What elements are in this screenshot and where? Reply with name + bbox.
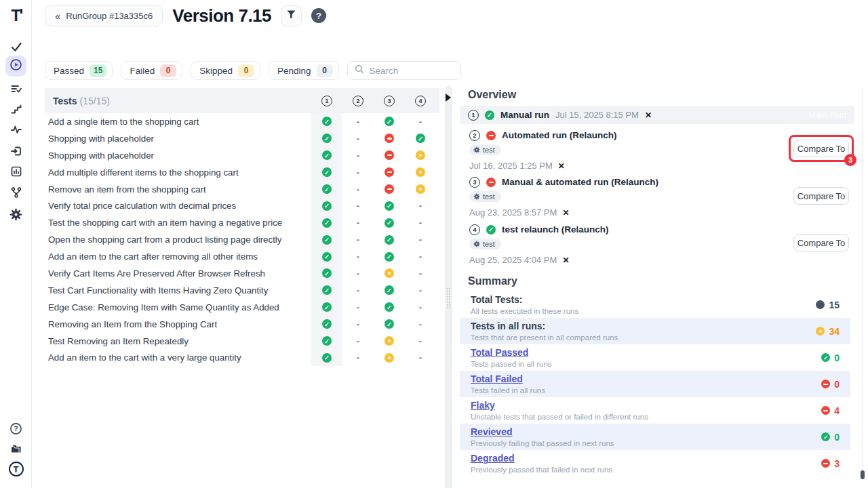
compare-to-button-run-3[interactable]: Compare To: [793, 187, 849, 205]
table-row[interactable]: Test Removing an Item Repeatedly: [45, 333, 439, 350]
run-item-main[interactable]: 1 Manual run Jul 15, 2025 8:15 PM ✕ Main…: [460, 106, 854, 124]
gear-icon: [473, 193, 480, 200]
summary-metric-link[interactable]: Degraded: [471, 453, 612, 464]
circled-2-icon: 2: [469, 130, 480, 141]
summary-metric-value: 15: [816, 300, 840, 310]
collapse-panel-icon[interactable]: [446, 94, 451, 102]
sidebar-item-tests[interactable]: [0, 38, 32, 56]
sidebar-item-help[interactable]: ?: [0, 420, 32, 437]
filter-chip[interactable]: Pending 0: [269, 61, 339, 80]
app-logo[interactable]: T: [0, 5, 32, 26]
table-row[interactable]: Edge Case: Removing Item with Same Quant…: [45, 299, 439, 316]
run-item-2[interactable]: 2 Automated run (Relaunch) test Jul 16, …: [469, 129, 617, 171]
sidebar-item-settings[interactable]: [0, 205, 32, 223]
help-button[interactable]: ?: [311, 8, 326, 23]
status-icon: [416, 201, 425, 211]
remove-run-icon[interactable]: ✕: [645, 110, 652, 120]
test-name: Test Cart Functionality with Items Havin…: [45, 285, 311, 296]
status-icon: [416, 117, 425, 126]
sidebar-item-analytics[interactable]: [0, 163, 32, 180]
table-row[interactable]: Open the shopping cart from a product li…: [45, 231, 439, 248]
filter-button[interactable]: [281, 5, 302, 26]
search-input-wrapper[interactable]: [347, 61, 461, 80]
gear-icon: [473, 241, 480, 247]
summary-metric-link[interactable]: Flaky: [471, 400, 648, 411]
summary-metric-description: Tests failed in all runs: [471, 386, 545, 394]
filter-chip[interactable]: Passed 15: [45, 61, 113, 80]
run-status-icon: [486, 131, 496, 140]
table-row[interactable]: Add an item to the cart after removing a…: [45, 248, 439, 265]
table-row[interactable]: Shopping with placeholder: [45, 130, 439, 147]
test-name: Open the shopping cart from a product li…: [45, 235, 311, 245]
table-row[interactable]: Add a single item to the shopping cart: [45, 113, 439, 130]
summary-metric-link[interactable]: Total Passed: [471, 347, 552, 358]
summary-metric-link[interactable]: Total Failed: [471, 373, 545, 384]
test-name: Removing an Item from the Shopping Cart: [45, 319, 311, 329]
table-row[interactable]: Removing an Item from the Shopping Cart: [45, 316, 439, 333]
status-icon: [416, 184, 425, 194]
status-icon: [353, 150, 363, 160]
double-chevron-left-icon: «: [55, 10, 60, 22]
run-tag: test: [469, 144, 501, 155]
test-name: Test Removing an Item Repeatedly: [45, 336, 311, 346]
sidebar-item-test-plans[interactable]: [0, 80, 32, 98]
rungroup-label: RunGroup #13a335c6: [66, 11, 153, 21]
sidebar-item-steps[interactable]: [0, 100, 32, 118]
tests-table-body: Add a single item to the shopping cart S…: [45, 113, 439, 366]
summary-metric-link[interactable]: Tests in all runs:: [471, 321, 618, 331]
scrollbar-thumb[interactable]: [861, 470, 865, 479]
compare-to-button-run-4[interactable]: Compare To: [793, 234, 849, 251]
tests-table: Tests(15/15) 1 2 3 4 Add a single item t…: [45, 88, 439, 366]
sidebar: T ? T: [0, 0, 32, 488]
svg-text:?: ?: [14, 425, 18, 432]
metric-status-icon: [821, 380, 830, 388]
sidebar-item-branches[interactable]: [0, 184, 32, 201]
metric-count: 0: [834, 432, 840, 443]
table-row[interactable]: Verify total price calculation with deci…: [45, 197, 439, 214]
summary-metric-value: 0: [821, 379, 840, 390]
table-row[interactable]: Verify Cart Items Are Preserved After Br…: [45, 265, 439, 282]
test-name: Shopping with placeholder: [45, 134, 311, 144]
sidebar-item-account[interactable]: T: [0, 460, 32, 478]
table-row[interactable]: Shopping with placeholder: [45, 147, 439, 164]
drag-handle[interactable]: [446, 287, 451, 309]
table-row[interactable]: Add an item to the cart with a very larg…: [45, 349, 439, 366]
status-icon: [416, 302, 425, 312]
metric-count: 3: [834, 458, 840, 469]
back-to-rungroup-button[interactable]: « RunGroup #13a335c6: [45, 5, 163, 26]
filter-chip[interactable]: Skipped 0: [191, 61, 260, 80]
compare-to-button-run-2[interactable]: Compare To: [793, 140, 849, 157]
test-name: Add an item to the cart with a very larg…: [45, 352, 311, 363]
status-icon: [322, 235, 332, 245]
status-icon: [416, 167, 425, 177]
sidebar-item-import[interactable]: [0, 142, 32, 160]
gear-icon: [9, 208, 22, 221]
remove-run-icon[interactable]: ✕: [562, 208, 569, 218]
table-row[interactable]: Test Cart Functionality with Items Havin…: [45, 282, 439, 299]
search-icon: [355, 64, 364, 77]
summary-metric-link[interactable]: Total Tests:: [471, 294, 578, 305]
status-icon: [384, 134, 394, 143]
status-icon: [384, 167, 394, 177]
summary-metric-link[interactable]: Revieved: [471, 426, 614, 437]
test-name: Add a single item to the shopping cart: [45, 117, 311, 127]
table-row[interactable]: Remove an item from the shopping cart: [45, 181, 439, 198]
scrollbar-track[interactable]: [862, 89, 863, 481]
remove-run-icon[interactable]: ✕: [562, 256, 569, 265]
run-item-4[interactable]: 4 test relaunch (Relaunch) test Aug 25, …: [469, 223, 609, 265]
sidebar-item-projects[interactable]: [0, 440, 32, 458]
sidebar-item-runs[interactable]: [5, 56, 26, 77]
question-icon: ?: [316, 11, 321, 21]
table-row[interactable]: Add multiple different items to the shop…: [45, 164, 439, 181]
run-item-3[interactable]: 3 Manual & automated run (Relaunch) test…: [469, 176, 658, 218]
sidebar-item-pulse[interactable]: [0, 121, 32, 138]
table-row[interactable]: Test the shopping cart with an item havi…: [45, 214, 439, 231]
chip-count-badge: 15: [90, 64, 106, 77]
test-name: Edge Case: Removing Item with Same Quant…: [45, 302, 311, 312]
circled-3-icon: 3: [384, 96, 395, 106]
filter-chip[interactable]: Failed 0: [121, 61, 182, 80]
status-icon: [353, 268, 363, 278]
remove-run-icon[interactable]: ✕: [558, 161, 565, 171]
search-input[interactable]: [370, 66, 451, 76]
status-icon: [322, 218, 332, 228]
